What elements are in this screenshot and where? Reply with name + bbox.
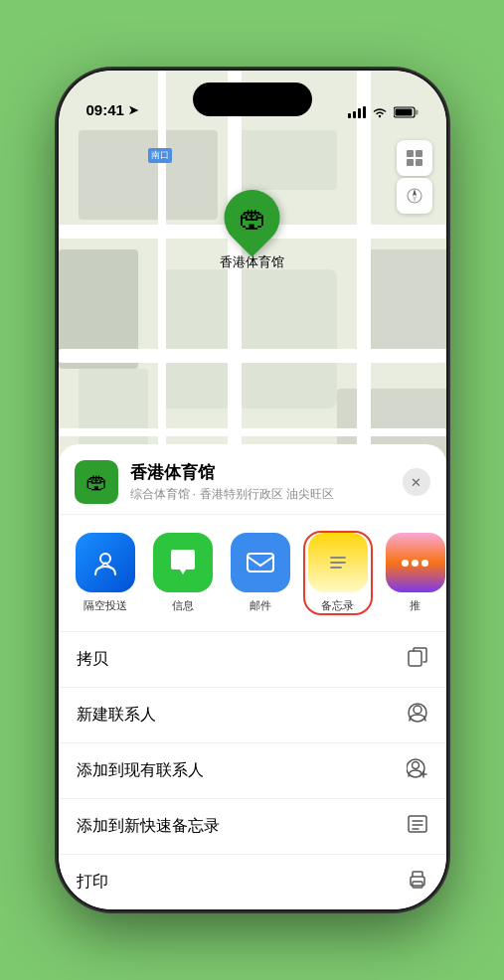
mail-icon bbox=[244, 546, 277, 579]
map-block bbox=[79, 369, 148, 448]
time-display: 09:41 bbox=[86, 101, 124, 118]
airdrop-icon-wrap bbox=[76, 533, 135, 592]
action-print[interactable]: 打印 bbox=[59, 855, 446, 909]
svg-rect-3 bbox=[363, 106, 366, 118]
svg-point-20 bbox=[414, 706, 421, 714]
messages-icon bbox=[166, 546, 200, 579]
map-block bbox=[79, 130, 218, 220]
add-existing-label: 添加到现有联系人 bbox=[77, 760, 204, 781]
print-label: 打印 bbox=[77, 872, 108, 893]
road bbox=[59, 428, 446, 436]
mail-label: 邮件 bbox=[250, 598, 271, 613]
road bbox=[59, 349, 446, 363]
bottom-sheet: 🏟 香港体育馆 综合体育馆 · 香港特别行政区 油尖旺区 ✕ bbox=[59, 444, 446, 909]
svg-rect-7 bbox=[395, 109, 412, 116]
svg-point-22 bbox=[412, 762, 419, 769]
phone-frame: 09:41 ➤ bbox=[59, 71, 446, 909]
svg-rect-10 bbox=[407, 159, 414, 166]
mail-icon-wrap bbox=[231, 533, 290, 592]
notes-icon bbox=[321, 546, 355, 579]
copy-icon bbox=[407, 646, 428, 673]
airdrop-label: 隔空投送 bbox=[84, 598, 127, 613]
action-list: 拷贝 新建联系人 bbox=[59, 632, 446, 909]
svg-rect-14 bbox=[248, 554, 273, 572]
svg-rect-1 bbox=[353, 111, 356, 118]
svg-rect-6 bbox=[416, 110, 419, 115]
status-time: 09:41 ➤ bbox=[86, 101, 138, 118]
dot2 bbox=[412, 560, 419, 567]
sheet-header: 🏟 香港体育馆 综合体育馆 · 香港特别行政区 油尖旺区 ✕ bbox=[59, 444, 446, 515]
add-note-label: 添加到新快速备忘录 bbox=[77, 816, 220, 837]
svg-rect-8 bbox=[407, 150, 414, 157]
map-controls bbox=[397, 140, 432, 214]
action-add-note[interactable]: 添加到新快速备忘录 bbox=[59, 799, 446, 855]
signal-icon bbox=[348, 106, 366, 118]
airdrop-icon bbox=[89, 547, 121, 578]
map-label: 南口 bbox=[148, 148, 175, 163]
share-row: 隔空投送 信息 bbox=[59, 515, 446, 632]
map-layers-icon bbox=[405, 148, 424, 168]
share-item-messages[interactable]: 信息 bbox=[148, 533, 218, 613]
stadium-icon: 🏟 bbox=[239, 202, 266, 235]
share-item-airdrop[interactable]: 隔空投送 bbox=[71, 533, 140, 613]
copy-label: 拷贝 bbox=[77, 649, 108, 670]
svg-rect-2 bbox=[358, 108, 361, 118]
action-add-existing[interactable]: 添加到现有联系人 bbox=[59, 743, 446, 799]
map-type-button[interactable] bbox=[397, 140, 432, 176]
venue-subtitle: 综合体育馆 · 香港特别行政区 油尖旺区 bbox=[130, 486, 403, 503]
close-button[interactable]: ✕ bbox=[403, 468, 430, 496]
share-item-more[interactable]: 推 bbox=[381, 533, 446, 613]
phone-screen: 09:41 ➤ bbox=[59, 71, 446, 909]
dynamic-island bbox=[193, 82, 312, 116]
add-existing-icon bbox=[407, 757, 428, 784]
action-copy[interactable]: 拷贝 bbox=[59, 632, 446, 688]
location-button[interactable] bbox=[397, 178, 432, 214]
status-icons bbox=[348, 106, 419, 118]
messages-label: 信息 bbox=[172, 598, 194, 613]
svg-rect-31 bbox=[413, 882, 422, 888]
more-label: 推 bbox=[410, 598, 420, 613]
marker-pin: 🏟 bbox=[213, 178, 291, 256]
share-item-mail[interactable]: 邮件 bbox=[226, 533, 295, 613]
wifi-icon bbox=[372, 106, 388, 118]
venue-info: 香港体育馆 综合体育馆 · 香港特别行政区 油尖旺区 bbox=[130, 461, 403, 503]
svg-rect-19 bbox=[409, 651, 421, 666]
notes-label: 备忘录 bbox=[321, 598, 354, 613]
notes-icon-wrap bbox=[308, 533, 368, 592]
svg-rect-9 bbox=[416, 150, 422, 157]
more-icon-wrap bbox=[386, 533, 445, 592]
location-icon: ➤ bbox=[128, 103, 138, 117]
compass-icon bbox=[406, 187, 423, 205]
dot1 bbox=[402, 560, 409, 567]
battery-icon bbox=[394, 106, 419, 118]
new-contact-icon bbox=[407, 702, 428, 729]
map-label-badge: 南口 bbox=[148, 148, 172, 163]
venue-name: 香港体育馆 bbox=[130, 461, 403, 484]
action-new-contact[interactable]: 新建联系人 bbox=[59, 688, 446, 743]
stadium-marker: 🏟 香港体育馆 bbox=[220, 190, 284, 271]
add-note-icon bbox=[407, 813, 428, 840]
venue-icon: 🏟 bbox=[75, 460, 118, 504]
svg-point-4 bbox=[378, 115, 380, 117]
map-block bbox=[238, 130, 337, 190]
svg-rect-0 bbox=[348, 113, 351, 118]
messages-icon-wrap bbox=[153, 533, 213, 592]
print-icon bbox=[407, 869, 428, 896]
new-contact-label: 新建联系人 bbox=[77, 705, 156, 726]
map-block bbox=[158, 269, 337, 408]
dot3 bbox=[421, 560, 428, 567]
share-item-notes[interactable]: 备忘录 bbox=[303, 531, 373, 615]
svg-rect-11 bbox=[416, 159, 422, 166]
